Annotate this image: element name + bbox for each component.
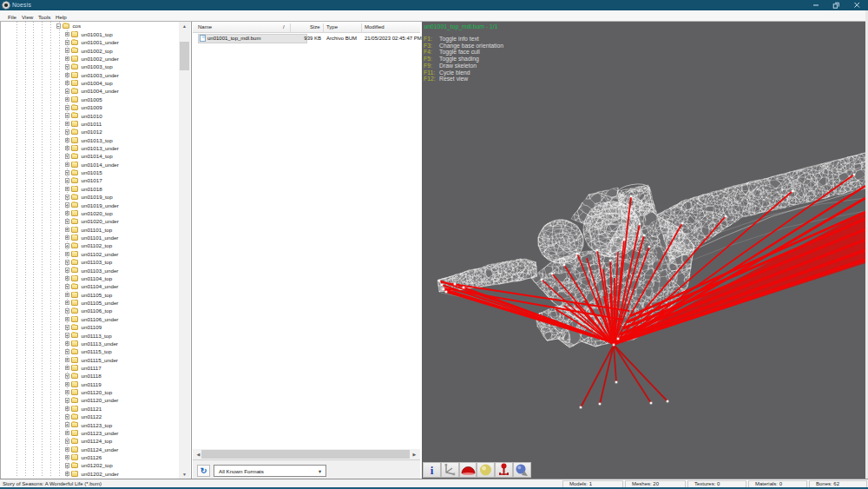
svg-text:i: i [431,464,434,477]
